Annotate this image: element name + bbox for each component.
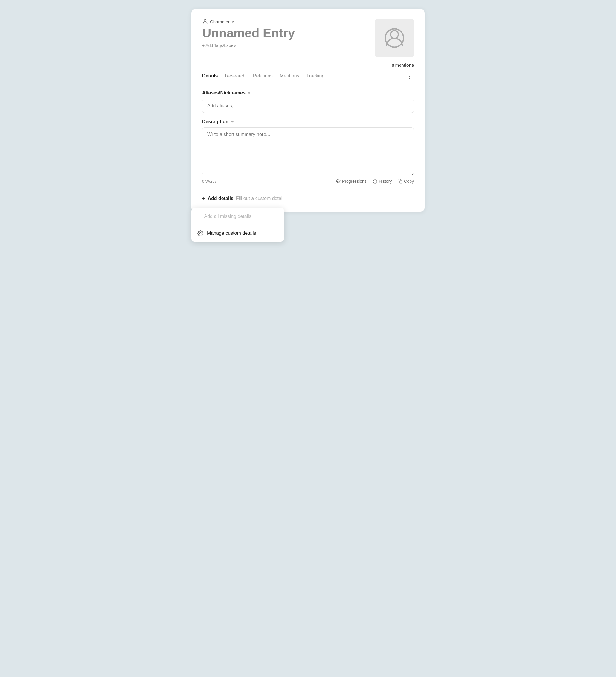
character-card: Character ∨ Unnamed Entry + Add Tags/Lab… [191,9,425,212]
history-button[interactable]: History [372,179,392,184]
tab-tracking[interactable]: Tracking [307,69,332,83]
header-left: Character ∨ Unnamed Entry + Add Tags/Lab… [202,18,369,48]
entry-type-label: Character [210,19,230,24]
description-textarea[interactable] [202,127,414,175]
aliases-input[interactable] [202,99,414,113]
svg-point-0 [204,19,206,21]
plus-icon-disabled: + [197,213,201,220]
mentions-bar: 0 mentions [202,60,414,69]
entry-title: Unnamed Entry [202,26,369,40]
svg-rect-4 [399,181,402,183]
ai-icon-aliases: ✦ [247,91,251,95]
add-details-sublabel: Fill out a custom detail [236,196,283,201]
add-details-row[interactable]: + Add details Fill out a custom detail [202,190,414,205]
gear-icon [197,230,203,236]
aliases-label: Aliases/Nicknames ✦ [202,90,414,96]
word-count: 0 Words [202,179,217,184]
tab-mentions[interactable]: Mentions [280,69,307,83]
description-actions: Progressions History Copy [336,179,414,184]
copy-button[interactable]: Copy [398,179,414,184]
chevron-down-icon: ∨ [231,19,234,24]
add-details-plus-icon: + [202,195,206,201]
tab-details[interactable]: Details [202,69,225,83]
avatar[interactable] [375,18,414,57]
mentions-count: 0 mentions [392,63,414,67]
dropdown-manage-custom[interactable]: Manage custom details [191,225,284,241]
description-footer: 0 Words Progressions [202,179,414,184]
tabs-bar: Details Research Relations Mentions Trac… [202,69,414,83]
svg-point-5 [200,233,201,234]
ai-icon-description: ✦ [230,119,234,124]
add-tags-button[interactable]: + Add Tags/Labels [202,43,369,48]
layers-icon [336,179,341,184]
entry-type-row[interactable]: Character ∨ [202,18,369,25]
tabs-more-button[interactable]: ⋮ [405,70,414,83]
card-header: Character ∨ Unnamed Entry + Add Tags/Lab… [202,18,414,57]
progressions-button[interactable]: Progressions [336,179,366,184]
dropdown-add-missing[interactable]: + Add all missing details [191,208,284,225]
tab-content: Aliases/Nicknames ✦ Description ✦ 0 Word… [202,83,414,212]
tab-research[interactable]: Research [225,69,252,83]
avatar-icon [384,28,405,48]
copy-icon [398,179,402,184]
description-label: Description ✦ [202,119,414,124]
history-icon [372,179,378,184]
svg-point-1 [391,31,398,38]
person-icon [202,18,208,25]
dropdown-menu: + Add all missing details Manage custom … [191,208,284,241]
add-details-label: Add details [208,196,233,201]
tab-relations[interactable]: Relations [253,69,280,83]
